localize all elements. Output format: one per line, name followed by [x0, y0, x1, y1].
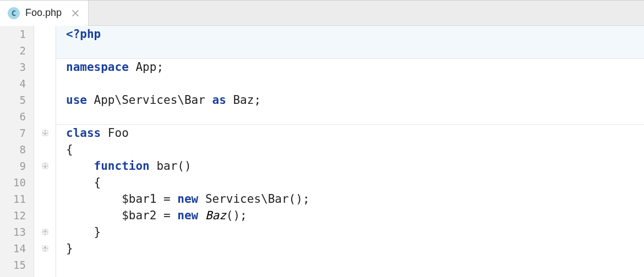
line-number: 1 — [0, 26, 34, 42]
token: $bar2 = — [66, 209, 177, 222]
token: function — [94, 159, 157, 173]
code-line[interactable]: $bar1 = new Services\Bar(); — [56, 191, 644, 207]
code-line[interactable]: { — [56, 141, 644, 158]
fold-open-icon[interactable] — [41, 162, 49, 170]
code-line[interactable] — [56, 75, 644, 92]
token: namespace — [66, 60, 135, 74]
code-area[interactable]: <?phpnamespace App;use App\Services\Bar … — [56, 26, 644, 277]
token: ; — [254, 93, 261, 107]
line-number-gutter: 123456789101112131415 — [0, 26, 34, 277]
line-number: 6 — [0, 108, 34, 125]
line-number: 5 — [0, 92, 34, 108]
token: Foo — [108, 126, 129, 140]
token: App\Services\Bar — [94, 93, 212, 107]
fold-close-icon[interactable] — [41, 245, 49, 252]
tab-filename: Foo.php — [25, 7, 62, 19]
tab-bar: C Foo.php — [0, 1, 644, 26]
token: $bar1 = — [66, 192, 177, 206]
line-number: 12 — [0, 207, 34, 224]
token: { — [66, 176, 101, 189]
token: ; — [156, 60, 163, 74]
token — [66, 159, 94, 173]
line-number: 7 — [0, 125, 34, 141]
token: Baz — [205, 209, 226, 222]
line-number: 13 — [0, 224, 34, 240]
token: use — [66, 93, 94, 107]
line-number: 14 — [0, 240, 34, 257]
token: bar() — [156, 159, 191, 173]
code-line[interactable] — [56, 42, 644, 59]
token: class — [66, 126, 108, 140]
line-number: 2 — [0, 42, 34, 59]
line-number: 8 — [0, 141, 34, 158]
code-editor[interactable]: 123456789101112131415 <?phpnamespace App… — [0, 26, 644, 277]
line-number: 10 — [0, 174, 34, 191]
code-line[interactable]: } — [56, 224, 644, 240]
code-line[interactable]: function bar() — [56, 158, 644, 174]
fold-close-icon[interactable] — [41, 228, 49, 236]
token: App — [135, 60, 156, 74]
code-line[interactable]: $bar2 = new Baz(); — [56, 207, 644, 224]
line-number: 15 — [0, 257, 34, 273]
code-line[interactable]: } — [56, 240, 644, 257]
token: () — [226, 209, 240, 222]
line-number: 4 — [0, 75, 34, 92]
file-tab[interactable]: C Foo.php — [0, 1, 89, 25]
token: } — [66, 225, 101, 239]
file-type-icon: C — [8, 7, 20, 19]
fold-open-icon[interactable] — [41, 129, 49, 137]
line-number: 9 — [0, 158, 34, 174]
token: { — [66, 143, 73, 156]
editor-window: C Foo.php 123456789101112131415 <?phpnam… — [0, 0, 644, 277]
line-number: 3 — [0, 59, 34, 75]
token: new — [177, 192, 205, 206]
code-line[interactable]: class Foo — [56, 125, 644, 141]
token: Baz — [233, 93, 254, 107]
code-line[interactable]: use App\Services\Bar as Baz; — [56, 92, 644, 108]
fold-gutter — [34, 26, 56, 277]
token: as — [212, 93, 233, 107]
code-line[interactable] — [56, 108, 644, 125]
token: ; — [303, 192, 310, 206]
code-line[interactable] — [56, 257, 644, 273]
token: <?php — [66, 27, 101, 41]
close-icon[interactable] — [70, 8, 80, 18]
token: new — [177, 209, 205, 222]
line-number: 11 — [0, 191, 34, 207]
code-line[interactable]: <?php — [56, 26, 644, 42]
token: ; — [240, 209, 247, 222]
code-line[interactable]: { — [56, 174, 644, 191]
token: } — [66, 242, 73, 255]
code-line[interactable]: namespace App; — [56, 59, 644, 75]
token: Services\Bar() — [205, 192, 303, 206]
